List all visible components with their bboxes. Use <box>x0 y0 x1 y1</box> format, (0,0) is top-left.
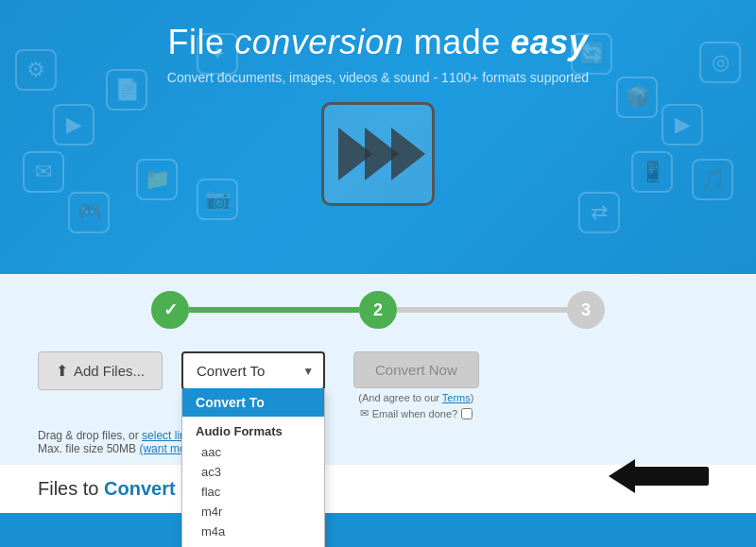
play-arrows <box>338 128 418 180</box>
logo-box <box>321 102 435 206</box>
files-title-prefix: Files to <box>38 478 104 499</box>
dropdown-panel: Convert To Audio Formats aac ac3 flac m4… <box>181 388 325 547</box>
hero-title: File conversion made easy <box>19 23 737 62</box>
arrow-shaft <box>635 467 709 486</box>
hero-section: ⚙ ▶ ✉ 🎮 📄 📁 ◎ ▶ 🎵 📦 🔄 📱 ⇄ ✦ 📷 File conve… <box>0 0 756 274</box>
email-row: ✉ Email when done? <box>360 407 473 419</box>
add-files-button[interactable]: ⬆ Add Files... <box>38 351 163 390</box>
dropdown-item-flac[interactable]: flac <box>182 482 324 502</box>
step-3-circle: 3 <box>567 291 605 329</box>
hero-subtitle: Convert documents, images, videos & soun… <box>19 70 737 85</box>
step-1-circle: ✓ <box>151 291 189 329</box>
convert-now-button[interactable]: Convert Now <box>353 351 479 388</box>
agree-text: (And agree to our Terms) <box>358 392 473 403</box>
email-icon: ✉ <box>360 407 369 419</box>
arrow-head-icon <box>609 459 635 493</box>
dropdown-item-ac3[interactable]: ac3 <box>182 462 324 482</box>
upload-icon: ⬆ <box>56 362 68 380</box>
convert-now-col: Convert Now (And agree to our Terms) ✉ E… <box>353 351 479 419</box>
step-line-2-3 <box>397 307 567 313</box>
convert-to-select[interactable]: Convert To aac ac3 flac m4r m4a mp4 <box>183 353 323 388</box>
max-size-text: Max. file size 50MB <box>38 442 136 455</box>
dropdown-item-aac[interactable]: aac <box>182 442 324 462</box>
logo-container <box>19 102 737 206</box>
email-label: Email when done? <box>372 408 458 419</box>
email-checkbox[interactable] <box>461 408 472 419</box>
add-files-label: Add Files... <box>74 363 145 379</box>
arrow-indicator <box>609 459 709 493</box>
terms-link[interactable]: Terms <box>442 392 471 403</box>
drag-drop-text: Drag & drop files, or <box>38 429 139 442</box>
actions-row: ⬆ Add Files... Convert To aac ac3 flac m… <box>0 342 756 427</box>
dropdown-item-mp4[interactable]: mp4 <box>182 541 324 547</box>
dropdown-header: Convert To <box>182 388 324 417</box>
step-2-circle: 2 <box>359 291 397 329</box>
dropdown-item-m4a[interactable]: m4a <box>182 521 324 541</box>
dropdown-category: Audio Formats <box>182 417 324 442</box>
convert-to-wrapper: Convert To aac ac3 flac m4r m4a mp4 ▼ Co… <box>181 351 325 390</box>
dropdown-item-m4r[interactable]: m4r <box>182 502 324 521</box>
steps-bar: ✓ 2 3 <box>0 274 756 342</box>
step-line-1-2 <box>189 307 359 313</box>
arrow3 <box>391 128 425 180</box>
files-title-action: Convert <box>104 478 176 499</box>
